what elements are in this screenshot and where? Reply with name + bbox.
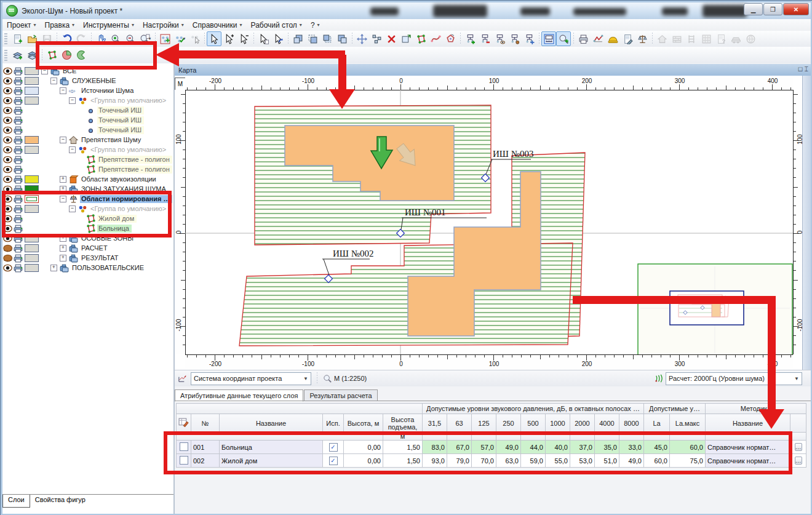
col-header[interactable]: 125 <box>472 414 496 433</box>
layer-color-swatch[interactable] <box>23 87 41 95</box>
select-back-button[interactable] <box>271 31 285 46</box>
layer-color-swatch[interactable] <box>23 146 41 154</box>
construction-mode-button[interactable] <box>605 31 620 46</box>
menu--[interactable]: ?▾ <box>306 20 324 30</box>
coordinate-system-select[interactable]: Система координат проекта▼ <box>191 372 311 385</box>
print-icon[interactable] <box>13 145 23 155</box>
close-button[interactable]: ✕ <box>783 3 809 15</box>
layer-label[interactable]: Точечный ИШ <box>97 106 144 114</box>
add-layer-button[interactable] <box>10 48 25 63</box>
layer-row[interactable]: Точечный ИШ <box>2 105 173 115</box>
select-add-button[interactable] <box>221 31 236 46</box>
col-header[interactable]: Название <box>220 414 323 433</box>
map-viewport[interactable]: М -200-1000100200300400 -1000100 -100010… <box>175 76 802 381</box>
col-header[interactable]: 31,5 <box>423 414 447 433</box>
layer-row[interactable]: −Препятствия Шуму <box>2 135 173 145</box>
minimize-button[interactable]: ▁ <box>744 3 763 15</box>
layer-row[interactable]: −‹o›Источники Шума <box>2 86 173 95</box>
doc-info-button[interactable]: ? <box>714 31 728 46</box>
method-picker-button[interactable]: … <box>795 457 802 465</box>
rail-tool-button[interactable] <box>684 31 699 46</box>
layer-label[interactable]: РАСЧЕТ <box>80 244 110 252</box>
layer-label[interactable]: Источники Шума <box>80 87 136 95</box>
layer-row[interactable]: +ПОЛЬЗОВАТЕЛЬСКИЕ <box>2 263 173 273</box>
edit-polygon-button[interactable] <box>413 31 428 46</box>
edit-curve-button[interactable] <box>428 31 443 46</box>
map-canvas[interactable]: ИШ №001 ИШ №002 ИШ №003 <box>185 90 793 354</box>
tree-visibility-button[interactable] <box>492 31 507 46</box>
print-icon[interactable] <box>13 154 23 165</box>
layer-label[interactable]: ПОЛЬЗОВАТЕЛЬСКИЕ <box>71 264 146 272</box>
print-icon[interactable] <box>13 243 23 254</box>
pick-object-button[interactable] <box>187 31 202 46</box>
menu-справочники[interactable]: Справочники▾ <box>188 20 247 30</box>
layer-row[interactable]: −<Группа по умолчанию> <box>2 145 173 154</box>
send-backward-button[interactable] <box>335 31 349 46</box>
layer-label[interactable]: <Группа по умолчанию> <box>89 97 169 105</box>
print-icon[interactable] <box>13 66 23 76</box>
map-vertical-scrollbar[interactable] <box>802 76 811 370</box>
visibility-eye-icon[interactable] <box>2 174 13 185</box>
layer-row[interactable]: +РАСЧЕТ <box>2 243 173 253</box>
menu-рабочий-стол[interactable]: Рабочий стол▾ <box>247 20 306 30</box>
layer-row[interactable]: Препятствие - полигон <box>2 164 173 174</box>
expertise-button[interactable] <box>635 31 650 46</box>
menu-инструменты[interactable]: Инструменты▾ <box>79 20 138 30</box>
visibility-eye-icon[interactable] <box>2 253 13 263</box>
tree-expand-toggle[interactable]: − <box>69 97 76 104</box>
col-header[interactable]: 4000 <box>595 414 619 433</box>
col-header[interactable]: 63 <box>447 414 472 433</box>
menu-правка[interactable]: Правка▾ <box>41 20 79 30</box>
bring-to-front-button[interactable] <box>290 31 305 46</box>
layer-label[interactable]: Препятствие - полигон <box>97 166 172 174</box>
tree-expand-toggle[interactable]: − <box>69 146 76 153</box>
grid-tool-button[interactable] <box>699 31 714 46</box>
layer-color-swatch[interactable] <box>23 264 41 272</box>
report-document-button[interactable] <box>620 31 635 46</box>
layer-color-swatch[interactable] <box>23 254 41 262</box>
move-object-button[interactable] <box>354 31 369 46</box>
layer-row[interactable]: Точечный ИШ <box>2 115 173 125</box>
print-icon[interactable] <box>13 115 23 126</box>
bring-forward-button[interactable] <box>320 31 335 46</box>
tree-remove-button[interactable] <box>477 31 492 46</box>
col-header[interactable]: Высота, м <box>344 414 383 433</box>
col-header[interactable]: 250 <box>496 414 521 433</box>
tab-attribute-data[interactable]: Атрибутивные данные текущего слоя <box>175 389 303 402</box>
new-document-button[interactable] <box>10 31 25 46</box>
move-polygon-button[interactable] <box>399 31 413 46</box>
visibility-eye-icon[interactable] <box>2 164 13 175</box>
layer-color-swatch[interactable] <box>23 77 41 85</box>
print-icon[interactable] <box>13 263 23 273</box>
tree-expand-toggle[interactable]: + <box>60 176 66 183</box>
wall-tool-button[interactable] <box>669 31 684 46</box>
layer-row[interactable]: +РЕЗУЛЬТАТ <box>2 253 173 263</box>
tree-expand-toggle[interactable]: + <box>60 255 66 261</box>
tree-expand-toggle[interactable]: − <box>50 78 57 84</box>
edit-nodes-button[interactable] <box>369 31 384 46</box>
print-icon[interactable] <box>13 86 23 96</box>
visibility-eye-icon[interactable] <box>2 125 13 135</box>
map-window-titlebar[interactable]: Карта □ ⌶ <box>175 64 811 76</box>
print-icon[interactable] <box>13 174 23 185</box>
tree-expand-toggle[interactable]: − <box>60 87 66 94</box>
send-to-back-button[interactable] <box>305 31 320 46</box>
print-icon[interactable] <box>13 164 23 175</box>
col-header[interactable]: Высота подъема, <box>383 414 423 433</box>
pin-icon[interactable]: ⌶ <box>804 65 808 73</box>
method-picker-button[interactable]: … <box>795 443 802 451</box>
layer-label[interactable]: СЛУЖЕБНЫЕ <box>71 77 119 85</box>
layer-row[interactable]: +Области звукоизоляции <box>2 174 173 184</box>
layer-color-swatch[interactable] <box>23 175 41 183</box>
visibility-eye-icon[interactable] <box>2 105 13 116</box>
tree-source-button[interactable] <box>507 31 522 46</box>
car-tool-button[interactable] <box>728 31 743 46</box>
select-remove-button[interactable] <box>236 31 251 46</box>
layer-label[interactable]: Области звукоизоляции <box>80 175 159 183</box>
tree-expand-toggle[interactable]: + <box>50 265 57 271</box>
menu-проект[interactable]: Проект▾ <box>2 20 41 30</box>
tab-calc-results[interactable]: Результаты расчета <box>304 389 377 401</box>
layer-label[interactable]: Препятствия Шуму <box>80 136 143 144</box>
tree-add-button[interactable] <box>463 31 477 46</box>
visibility-eye-icon[interactable] <box>2 66 13 76</box>
